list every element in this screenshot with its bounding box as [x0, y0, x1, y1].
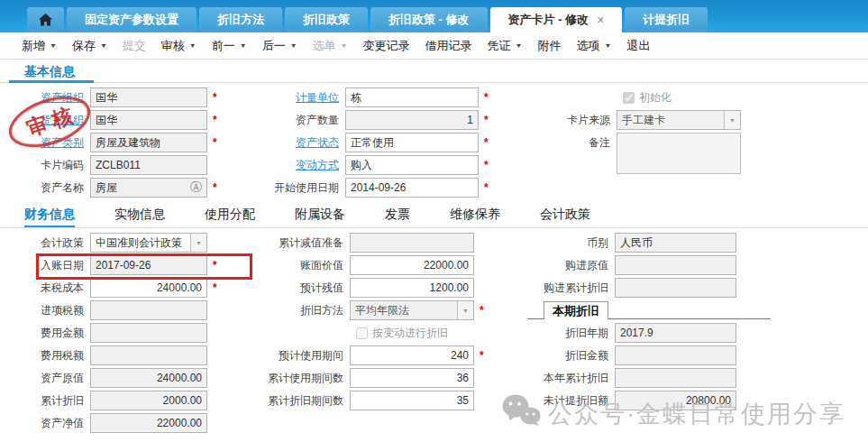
home-tab[interactable] [27, 7, 64, 32]
asset-status-field[interactable]: 正常使用 [345, 133, 479, 152]
unit-label[interactable]: 计量单位 [242, 90, 345, 106]
tab-finance-info[interactable]: 财务信息 [24, 207, 75, 228]
voucher-button[interactable]: 凭证▼ [488, 38, 523, 54]
tab-depreciation-policy-edit[interactable]: 折旧政策 - 修改 [370, 7, 488, 32]
multilingual-icon[interactable]: Ⓐ [190, 180, 202, 196]
exit-button[interactable]: 退出 [626, 38, 650, 54]
change-record-button[interactable]: 变更记录 [363, 38, 410, 54]
start-use-date-label: 开始使用日期 [242, 180, 345, 196]
finance-column-3: 币别 人民币 购进原值 购进累计折旧 本期折旧 折旧年期 2017.9 折旧金额… [505, 233, 736, 413]
watermark-text: 公众号·金蝶日常使用分享 [548, 398, 845, 430]
tab-depreciation-policy[interactable]: 折旧政策 [285, 7, 368, 32]
dropdown-arrow-icon: ▼ [341, 42, 348, 50]
attachment-button[interactable]: 附件 [537, 38, 561, 54]
depreciation-amount-label: 折旧金额 [505, 348, 615, 364]
tab-usage-allocation[interactable]: 使用分配 [205, 207, 255, 228]
expense-amount-label: 费用金额 [0, 326, 90, 341]
required-marker: * [484, 136, 489, 149]
required-marker: * [484, 91, 489, 104]
required-marker: * [213, 136, 217, 149]
close-icon[interactable]: × [597, 14, 604, 26]
dropdown-arrow-icon: ▼ [189, 42, 196, 50]
depreciate-by-change-label: 按变动进行折旧 [372, 326, 448, 341]
tab-accounting-policy[interactable]: 会计政策 [540, 207, 590, 228]
card-source-label: 卡片来源 [503, 113, 617, 128]
divider [0, 82, 868, 83]
dropdown-arrow-icon: ▼ [516, 42, 523, 50]
remark-label: 备注 [503, 133, 617, 152]
expense-tax-label: 费用税额 [0, 348, 90, 364]
basic-info-title: 基本信息 [24, 64, 75, 80]
depreciate-by-change-row: 按变动进行折旧 [242, 323, 484, 343]
required-marker: * [213, 181, 217, 194]
input-tax-field [90, 300, 207, 320]
currency-field: 人民币 [615, 233, 736, 253]
basic-column-3: 初始化 卡片来源 手工建卡 ▼ 备注 [503, 87, 741, 180]
book-value-label: 账面价值 [242, 258, 350, 273]
quantity-field: 1 [345, 110, 479, 130]
change-mode-field[interactable]: 购入 [345, 155, 479, 175]
next-button[interactable]: 后一▼ [262, 38, 297, 54]
new-button[interactable]: 新增▼ [22, 38, 57, 54]
card-code-field: ZCLB011 [90, 155, 207, 175]
card-code-label: 卡片编码 [0, 158, 90, 173]
owner-org-field: 国华 [90, 110, 207, 130]
book-value-field: 22000.00 [350, 255, 474, 275]
accounting-policy-select[interactable]: 中国准则会计政策 ▼ [90, 233, 207, 253]
depreciation-method-select: 平均年限法 ▼ [350, 300, 474, 320]
tab-maintenance[interactable]: 维修保养 [450, 207, 500, 228]
original-value-field: 24000.00 [90, 368, 207, 388]
chevron-down-icon: ▼ [724, 111, 740, 129]
remark-textarea[interactable] [617, 133, 741, 174]
asset-category-field: 房屋及建筑物 [90, 133, 207, 152]
net-cost-field[interactable]: 24000.00 [90, 278, 207, 298]
expected-periods-field[interactable]: 240 [350, 345, 474, 365]
dropdown-arrow-icon: ▼ [604, 42, 611, 50]
current-depreciation-title: 本期折旧 [544, 301, 608, 319]
start-use-date-field[interactable]: 2014-09-26 [345, 178, 479, 198]
tab-physical-info[interactable]: 实物信息 [114, 207, 165, 228]
dropdown-arrow-icon: ▼ [240, 42, 247, 50]
tab-fixed-asset-params[interactable]: 固定资产参数设置 [67, 7, 196, 32]
highlight-rectangle [36, 253, 252, 280]
init-checkbox [623, 92, 635, 104]
currency-label: 币别 [505, 235, 615, 251]
asset-status-label[interactable]: 资产状态 [242, 135, 345, 151]
residual-value-field[interactable]: 1200.00 [350, 278, 474, 298]
save-button[interactable]: 保存▼ [72, 38, 107, 54]
original-value-label: 资产原值 [0, 371, 90, 386]
expense-tax-field [90, 345, 207, 365]
chevron-down-icon[interactable]: ▼ [190, 234, 206, 252]
tab-attached-equipment[interactable]: 附属设备 [295, 207, 345, 228]
accum-depreciation-label: 累计折旧 [0, 393, 90, 409]
init-checkbox-row: 初始化 [503, 87, 741, 107]
net-value-field: 22000.00 [90, 413, 207, 433]
tab-provision-depreciation[interactable]: 计提折旧 [625, 7, 708, 32]
chevron-down-icon: ▼ [457, 301, 473, 319]
previous-button[interactable]: 前一▼ [212, 38, 247, 54]
required-marker: * [480, 304, 484, 317]
required-marker: * [213, 281, 217, 294]
unit-field[interactable]: 栋 [345, 87, 479, 107]
required-marker: * [484, 159, 489, 171]
impairment-label: 累计减值准备 [242, 235, 350, 251]
detail-tab-bar: 财务信息 实物信息 使用分配 附属设备 发票 维修保养 会计政策 [0, 207, 868, 228]
options-button[interactable]: 选项▼ [576, 38, 611, 54]
tab-depreciation-method[interactable]: 折旧方法 [199, 7, 282, 32]
depreciated-periods-field: 35 [350, 391, 474, 410]
tab-asset-card-edit[interactable]: 资产卡片 - 修改 × [490, 7, 623, 32]
depreciated-periods-label: 累计折旧期间数 [242, 393, 350, 409]
year-accum-depreciation-field [615, 368, 736, 388]
asset-org-field: 国华 [90, 87, 207, 107]
audit-button[interactable]: 审核▼ [161, 38, 196, 54]
net-value-label: 资产净值 [0, 416, 90, 431]
basic-column-2: 计量单位 栋 * 资产数量 1 * 资产状态 正常使用 * 变动方式 购入 * … [242, 87, 489, 200]
asset-card-edit-page: 固定资产参数设置 折旧方法 折旧政策 折旧政策 - 修改 资产卡片 - 修改 ×… [0, 0, 868, 442]
depreciation-period-field: 2017.9 [615, 323, 736, 343]
borrow-record-button[interactable]: 借用记录 [425, 38, 472, 54]
toolbar: 新增▼ 保存▼ 提交 审核▼ 前一▼ 后一▼ 选单▼ 变更记录 借用记录 凭证▼… [0, 32, 868, 60]
impairment-field [350, 233, 474, 253]
change-mode-label[interactable]: 变动方式 [242, 158, 345, 173]
tab-invoice[interactable]: 发票 [385, 207, 410, 228]
purchase-original-field [615, 255, 736, 275]
